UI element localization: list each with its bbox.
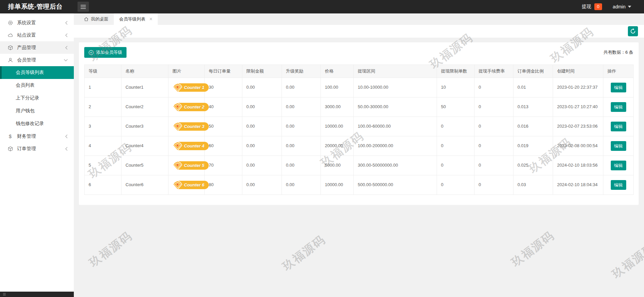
badge-crest-icon [172,83,183,93]
edit-button[interactable]: 编辑 [611,83,626,92]
cell-created_at: 2023-02-07 23:53:06 [553,117,603,136]
cell-level: 5 [85,156,121,175]
cell-badge: Counter 5 [168,156,205,175]
cell-withdraw_range: 100.00-200000.00 [354,136,437,156]
cell-name: Counter2 [121,97,168,117]
cell-daily_orders: 70 [205,156,242,175]
cell-name: Counter4 [121,136,168,156]
table-row: 5Counter5Counter 5700.000.005000.00300.0… [85,156,634,175]
edit-button[interactable]: 编辑 [611,180,626,190]
edit-button[interactable]: 编辑 [611,102,626,112]
content-card: 添加会员等级 共有数据：6 条 等级名称图片每日订单量限制金额升级奖励价格提现区… [79,42,639,205]
refresh-icon [630,28,636,34]
cell-withdraw_limit_orders: 0 [437,156,475,175]
cell-action: 编辑 [603,175,634,195]
sidebar-item-order-management[interactable]: 订单管理 [0,142,74,155]
tab-label: 会员等级列表 [119,16,145,22]
add-level-button[interactable]: 添加会员等级 [84,47,127,58]
sidebar-item-finance-management[interactable]: $ 财务管理 [0,130,74,142]
toolbar [74,25,644,38]
cell-withdraw_limit_orders: 10 [437,78,475,97]
cell-limit_amount: 0.00 [242,175,282,195]
tab-desktop[interactable]: 我的桌面 [79,13,114,25]
caret-down-icon [628,6,631,8]
sidebar-item-points-record[interactable]: 上下分记录 [0,92,74,104]
cell-action: 编辑 [603,78,634,97]
cell-withdraw_limit_orders: 50 [437,97,475,117]
cell-upgrade_reward: 0.00 [282,175,321,195]
tab-member-level-list[interactable]: 会员等级列表 × [114,13,158,25]
column-header-upgrade_reward: 升级奖励 [282,65,321,78]
column-header-price: 价格 [321,65,354,78]
cell-order_commission_rate: 0.013 [513,97,553,117]
table-row: 6Counter6Counter 6800.000.0010000.00500.… [85,175,634,195]
level-badge: Counter 4 [172,141,209,151]
badge-crest-icon [172,141,183,151]
sidebar-item-system-settings[interactable]: 系统设置 [0,16,74,29]
cell-order_commission_rate: 0.03 [513,175,553,195]
cell-order_commission_rate: 0.025 [513,156,553,175]
cell-created_at: 2023-01-27 10:27:40 [553,97,603,117]
close-icon[interactable]: × [149,16,152,22]
refresh-button[interactable] [628,26,638,36]
edit-button[interactable]: 编辑 [611,161,626,170]
cell-price: 100.00 [321,78,354,97]
cell-upgrade_reward: 0.00 [282,156,321,175]
user-menu[interactable]: admin [613,4,631,9]
member-submenu: 会员等级列表 会员列表 上下分记录 用户钱包 钱包修改记录 [0,66,74,130]
cell-price: 3000.00 [321,97,354,117]
sidebar-item-member-management[interactable]: 会员管理 [0,54,74,66]
cell-price: 20000.00 [321,136,354,156]
sidebar-item-product-management[interactable]: 产品管理 [0,41,74,54]
watermark-text: 玖福源码 [508,228,557,270]
sidebar-item-member-level-list[interactable]: 会员等级列表 [0,66,74,79]
cell-order_commission_rate: 0.016 [513,117,553,136]
cell-badge: Counter 4 [168,136,205,156]
withdraw-count-badge: 0 [594,3,602,10]
user-icon [7,57,13,63]
dollar-icon: $ [7,133,13,139]
sidebar-item-member-list[interactable]: 会员列表 [0,79,74,92]
cell-limit_amount: 0.00 [242,156,282,175]
sidebar-toggle-button[interactable] [78,2,89,12]
withdraw-menu[interactable]: 提现 0 [582,3,602,10]
cell-withdraw_limit_orders: 0 [437,175,475,195]
table-header-row: 等级名称图片每日订单量限制金额升级奖励价格提现区间提现限制单数提现手续费率订单佣… [85,65,634,78]
watermark-text: 玖福源码 [280,232,329,274]
table-row: 2Counter2Counter 2400.000.003000.0050.00… [85,97,634,117]
table-row: 3Counter3Counter 3500.000.0010000.00100.… [85,117,634,136]
chevron-left-icon [65,33,68,37]
hamburger-icon [81,5,86,9]
column-header-level: 等级 [85,65,121,78]
column-header-withdraw_range: 提现区间 [354,65,437,78]
sidebar-footer[interactable] [0,292,74,297]
sidebar-menu: 系统设置 站点设置 产品管理 会员管理 会员等级列表 [0,13,74,155]
column-header-name: 名称 [121,65,168,78]
sidebar-item-wallet-change-record[interactable]: 钱包修改记录 [0,117,74,130]
sidebar-item-label: 产品管理 [17,45,65,51]
cell-daily_orders: 50 [205,117,242,136]
badge-crest-icon [172,102,183,112]
cell-daily_orders: 80 [205,175,242,195]
edit-button[interactable]: 编辑 [611,141,626,151]
cell-daily_orders: 60 [205,136,242,156]
badge-crest-icon [172,161,183,171]
sidebar-item-label: 财务管理 [17,133,65,139]
cell-action: 编辑 [603,156,634,175]
chevron-left-icon [65,46,68,50]
column-header-withdraw_fee_rate: 提现手续费率 [475,65,513,78]
edit-button[interactable]: 编辑 [611,122,626,131]
cell-daily_orders: 30 [205,78,242,97]
cell-withdraw_fee_rate: 0 [475,78,513,97]
cell-withdraw_range: 500.00-500000.00 [354,175,437,195]
sidebar-item-label: 会员等级列表 [16,70,44,76]
cell-price: 10000.00 [321,117,354,136]
cell-withdraw_limit_orders: 0 [437,117,475,136]
sidebar-item-site-settings[interactable]: 站点设置 [0,29,74,41]
sidebar-item-user-wallet[interactable]: 用户钱包 [0,104,74,117]
cell-withdraw_limit_orders: 0 [437,136,475,156]
cell-limit_amount: 0.00 [242,78,282,97]
cell-withdraw_range: 100.00-60000.00 [354,117,437,136]
cell-price: 10000.00 [321,175,354,195]
column-header-limit_amount: 限制金额 [242,65,282,78]
